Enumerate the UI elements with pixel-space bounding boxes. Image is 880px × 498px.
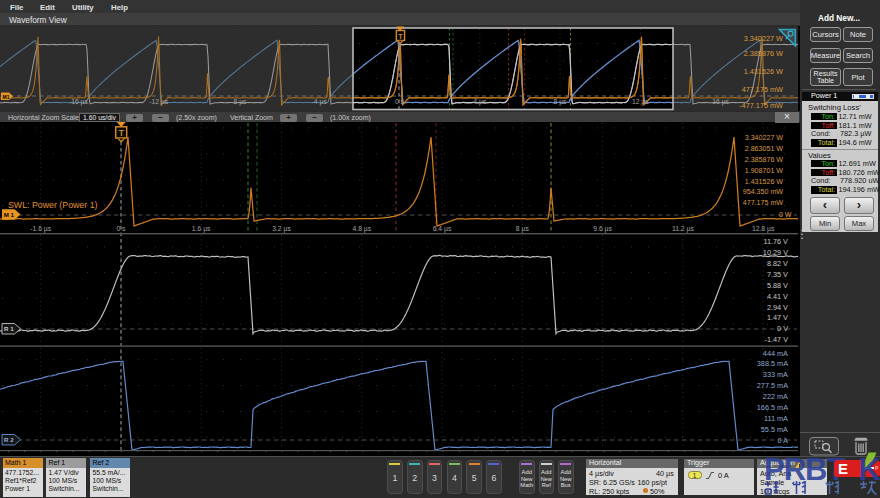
svg-text:2.385876 W: 2.385876 W (744, 49, 783, 58)
svg-text:7.35 V: 7.35 V (767, 270, 788, 279)
svg-text:477.175 mW: 477.175 mW (742, 85, 783, 94)
svg-text:1.431526 W: 1.431526 W (744, 67, 783, 76)
svg-text:0 W: 0 W (779, 211, 792, 219)
svg-text:333 mA: 333 mA (763, 370, 788, 379)
svg-text:1.431526 W: 1.431526 W (745, 178, 784, 186)
svg-text:111 mA: 111 mA (764, 414, 788, 423)
svg-text:12.8 µs: 12.8 µs (752, 225, 775, 233)
svg-text:11.76 V: 11.76 V (763, 237, 788, 246)
svg-text:8 µs: 8 µs (554, 98, 568, 106)
svg-text:1.47 V: 1.47 V (767, 313, 788, 322)
svg-text:8 µs: 8 µs (516, 225, 530, 233)
svg-text:-8 µs: -8 µs (231, 98, 247, 106)
svg-text:-1.47 V: -1.47 V (764, 335, 788, 344)
svg-text:M 1: M 1 (4, 211, 15, 218)
svg-text:-477.175 mW: -477.175 mW (739, 101, 783, 110)
svg-text:6.4 µs: 6.4 µs (433, 225, 452, 233)
svg-text:388.5 mA: 388.5 mA (757, 359, 788, 368)
svg-text:11.2 µs: 11.2 µs (672, 225, 695, 233)
svg-text:0 A: 0 A (777, 436, 788, 445)
svg-text:444 mA: 444 mA (763, 349, 788, 358)
svg-text:10.29 V: 10.29 V (763, 248, 788, 257)
svg-text:-4 µs: -4 µs (312, 98, 328, 106)
svg-text:SWL: Power (Power 1): SWL: Power (Power 1) (8, 200, 98, 210)
svg-text:277.5 mA: 277.5 mA (757, 381, 788, 390)
svg-text:2.863051 W: 2.863051 W (745, 145, 784, 153)
svg-text:3.340227 W: 3.340227 W (745, 134, 784, 142)
svg-text:222 mA: 222 mA (763, 392, 788, 401)
svg-text:T: T (119, 128, 125, 138)
svg-text:M1: M1 (3, 94, 10, 100)
svg-text:2.385876 W: 2.385876 W (745, 156, 784, 164)
svg-text:4 µs: 4 µs (473, 98, 487, 106)
svg-text:477.175 mW: 477.175 mW (743, 199, 784, 207)
svg-text:3.2 µs: 3.2 µs (272, 225, 291, 233)
svg-text:1.908701 W: 1.908701 W (745, 167, 784, 175)
svg-text:16 µs: 16 µs (712, 98, 729, 106)
svg-text:-16 µs: -16 µs (69, 98, 89, 106)
svg-text:8.82 V: 8.82 V (767, 259, 788, 268)
svg-text:0 V: 0 V (777, 324, 788, 333)
svg-text:4.8 µs: 4.8 µs (352, 225, 371, 233)
svg-text:5.88 V: 5.88 V (767, 281, 788, 290)
svg-text:0 s: 0 s (116, 225, 126, 232)
svg-text:T: T (398, 33, 403, 40)
svg-text:4.41 V: 4.41 V (767, 292, 788, 301)
svg-text:55.5 mA: 55.5 mA (761, 425, 788, 434)
svg-text:9.6 µs: 9.6 µs (593, 225, 612, 233)
svg-text:0 s: 0 s (395, 98, 405, 105)
svg-text:2.94 V: 2.94 V (767, 303, 788, 312)
svg-text:3.340227 W: 3.340227 W (744, 34, 783, 43)
svg-text:R 1: R 1 (4, 325, 14, 332)
svg-text:954.350 mW: 954.350 mW (743, 188, 784, 196)
svg-text:R 2: R 2 (4, 436, 14, 443)
svg-text:12 µs: 12 µs (632, 98, 649, 106)
svg-text:-12 µs: -12 µs (149, 98, 169, 106)
svg-text:-1.6 µs: -1.6 µs (30, 225, 52, 233)
svg-text:1.6 µs: 1.6 µs (192, 225, 211, 233)
svg-text:166.5 mA: 166.5 mA (757, 403, 788, 412)
